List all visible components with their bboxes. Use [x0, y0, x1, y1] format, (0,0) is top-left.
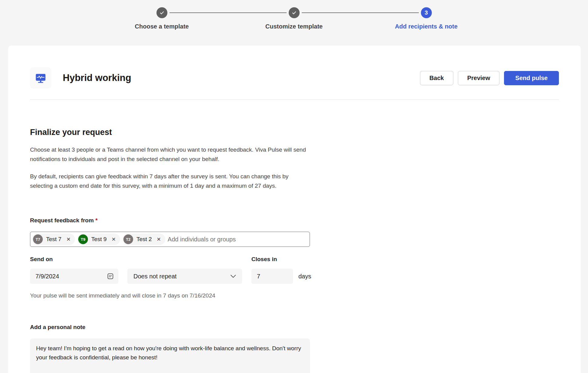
chevron-down-icon — [230, 274, 236, 278]
people-picker[interactable]: T7 Test 7 ✕ T9 Test 9 ✕ T2 Test 2 ✕ — [30, 232, 310, 247]
add-recipients-input[interactable] — [168, 236, 308, 243]
step-number: 3 — [425, 9, 428, 16]
closes-in-wrap: days — [251, 263, 311, 284]
recipient-name: Test 9 — [91, 236, 107, 243]
stepper-connector — [302, 12, 419, 13]
closes-in-field[interactable] — [251, 269, 293, 284]
template-icon-container — [30, 67, 51, 89]
repeat-label-spacer — [118, 256, 242, 263]
step-label: Add recipients & note — [395, 23, 458, 30]
finalize-section: Finalize your request Choose at least 3 … — [30, 128, 313, 373]
recipient-tag: T2 Test 2 ✕ — [123, 234, 165, 245]
avatar: T7 — [33, 234, 43, 244]
remove-recipient-button[interactable]: ✕ — [109, 235, 118, 244]
remove-recipient-button[interactable]: ✕ — [64, 235, 73, 244]
send-on-date-picker[interactable] — [30, 269, 118, 284]
date-input[interactable] — [35, 273, 90, 280]
content-card: Hybrid working Back Preview Send pulse F… — [8, 45, 581, 373]
recipient-name: Test 7 — [46, 236, 62, 243]
recipients-field-label: Request feedback from * — [30, 217, 313, 224]
checkmark-icon — [159, 10, 165, 15]
back-button[interactable]: Back — [420, 71, 453, 85]
stepper-connector — [170, 12, 287, 13]
recipient-tag: T9 Test 9 ✕ — [77, 234, 120, 245]
step-add-recipients[interactable]: 3 Add recipients & note — [421, 7, 432, 18]
section-paragraph-2: By default, recipients can give feedback… — [30, 172, 313, 190]
schedule-row: Send on — [30, 256, 313, 284]
repeat-dropdown[interactable]: Does not repeat — [127, 269, 242, 284]
required-asterisk: * — [95, 217, 97, 223]
avatar: T2 — [123, 234, 133, 244]
step-current-circle: 3 — [421, 7, 432, 18]
closes-in-input[interactable] — [257, 273, 287, 280]
viva-pulse-page: Choose a template Customize template 3 A… — [0, 0, 588, 373]
step-completed-circle — [156, 7, 167, 18]
schedule-helper-text: Your pulse will be sent immediately and … — [30, 292, 313, 299]
checkmark-icon — [291, 10, 297, 15]
step-customize-template[interactable]: Customize template — [289, 7, 300, 18]
recipient-name: Test 2 — [136, 236, 152, 243]
page-title: Hybrid working — [63, 72, 420, 83]
avatar: T9 — [78, 234, 88, 244]
step-choose-template[interactable]: Choose a template — [156, 7, 167, 18]
closes-in-column: Closes in days — [251, 256, 311, 284]
wizard-stepper: Choose a template Customize template 3 A… — [0, 7, 588, 18]
step-label: Choose a template — [135, 23, 189, 30]
preview-button[interactable]: Preview — [458, 71, 500, 85]
header-divider — [30, 99, 559, 100]
card-header: Hybrid working Back Preview Send pulse — [30, 67, 559, 89]
calendar-icon — [107, 273, 114, 280]
personal-note-label: Add a personal note — [30, 324, 313, 331]
closes-in-label: Closes in — [251, 256, 311, 263]
personal-note-textarea[interactable]: Hey team! I'm hoping to get a read on ho… — [30, 338, 310, 373]
section-paragraph-1: Choose at least 3 people or a Teams chan… — [30, 145, 313, 164]
send-on-label: Send on — [30, 256, 118, 263]
send-pulse-button[interactable]: Send pulse — [504, 71, 559, 85]
recipients-label-text: Request feedback from — [30, 217, 94, 223]
recipient-tag: T7 Test 7 ✕ — [32, 234, 75, 245]
remove-recipient-button[interactable]: ✕ — [154, 235, 163, 244]
step-completed-circle — [289, 7, 300, 18]
repeat-column: Does not repeat — [118, 256, 242, 284]
send-on-column: Send on — [30, 256, 118, 284]
days-unit-label: days — [298, 273, 311, 280]
pulse-monitor-icon — [35, 72, 47, 84]
header-actions: Back Preview Send pulse — [420, 71, 559, 85]
section-heading: Finalize your request — [30, 128, 313, 137]
step-label: Customize template — [265, 23, 323, 30]
repeat-selected-value: Does not repeat — [133, 273, 176, 280]
